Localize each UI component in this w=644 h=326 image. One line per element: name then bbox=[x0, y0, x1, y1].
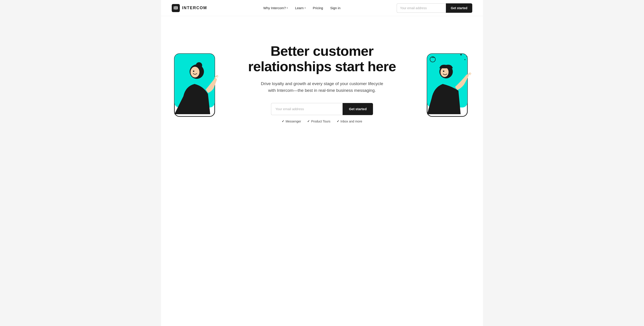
navbar-links: Why Intercom? ▾ Learn ▾ Pricing Sign in bbox=[264, 6, 340, 10]
svg-point-17 bbox=[440, 67, 448, 77]
svg-rect-1 bbox=[175, 6, 176, 10]
svg-point-9 bbox=[193, 71, 194, 72]
navbar-logo-group: INTERCOM bbox=[172, 4, 207, 12]
illustration-right: ✦ ✦ ✦ bbox=[425, 49, 474, 122]
email-input-nav[interactable] bbox=[397, 3, 446, 13]
nav-link-why-intercom[interactable]: Why Intercom? ▾ bbox=[264, 6, 288, 10]
logo-icon[interactable] bbox=[172, 4, 180, 12]
hero-subtitle: Drive loyalty and growth at every stage … bbox=[257, 80, 387, 94]
svg-rect-0 bbox=[174, 6, 174, 10]
checkmark-icon: ✓ bbox=[282, 120, 284, 123]
svg-point-8 bbox=[190, 67, 200, 77]
nav-link-pricing[interactable]: Pricing bbox=[313, 6, 323, 10]
svg-rect-2 bbox=[176, 6, 177, 10]
navbar-cta: Get started bbox=[397, 3, 472, 13]
nav-link-signin[interactable]: Sign in bbox=[330, 6, 340, 10]
hero-feature-inbox: ✓ Inbox and more bbox=[337, 120, 362, 123]
get-started-button-nav[interactable]: Get started bbox=[446, 3, 472, 13]
nav-link-learn[interactable]: Learn ▾ bbox=[295, 6, 306, 10]
hero-title: Better customer relationships start here bbox=[242, 43, 402, 74]
svg-point-18 bbox=[443, 71, 444, 72]
svg-text:✦: ✦ bbox=[464, 58, 466, 61]
illustration-left bbox=[170, 52, 219, 120]
hero-section: ✦ ✦ ✦ bbox=[161, 16, 483, 155]
get-started-button-hero[interactable]: Get started bbox=[342, 103, 373, 115]
svg-rect-3 bbox=[177, 6, 178, 10]
svg-text:✦: ✦ bbox=[460, 53, 462, 57]
hero-content: Better customer relationships start here… bbox=[242, 43, 402, 123]
navbar: INTERCOM Why Intercom? ▾ Learn ▾ Pricing… bbox=[161, 0, 483, 16]
checkmark-icon: ✓ bbox=[307, 120, 310, 123]
checkmark-icon: ✓ bbox=[337, 120, 339, 123]
hero-feature-messenger: ✓ Messenger bbox=[282, 120, 301, 123]
logo-text: INTERCOM bbox=[182, 6, 207, 10]
email-input-hero[interactable] bbox=[271, 103, 342, 115]
chevron-down-icon: ▾ bbox=[304, 7, 306, 9]
svg-text:✦: ✦ bbox=[466, 56, 468, 58]
hero-features: ✓ Messenger ✓ Product Tours ✓ Inbox and … bbox=[242, 120, 402, 123]
hero-cta-group: Get started bbox=[242, 103, 402, 115]
hero-feature-product-tours: ✓ Product Tours bbox=[307, 120, 330, 123]
chevron-down-icon: ▾ bbox=[287, 7, 288, 9]
